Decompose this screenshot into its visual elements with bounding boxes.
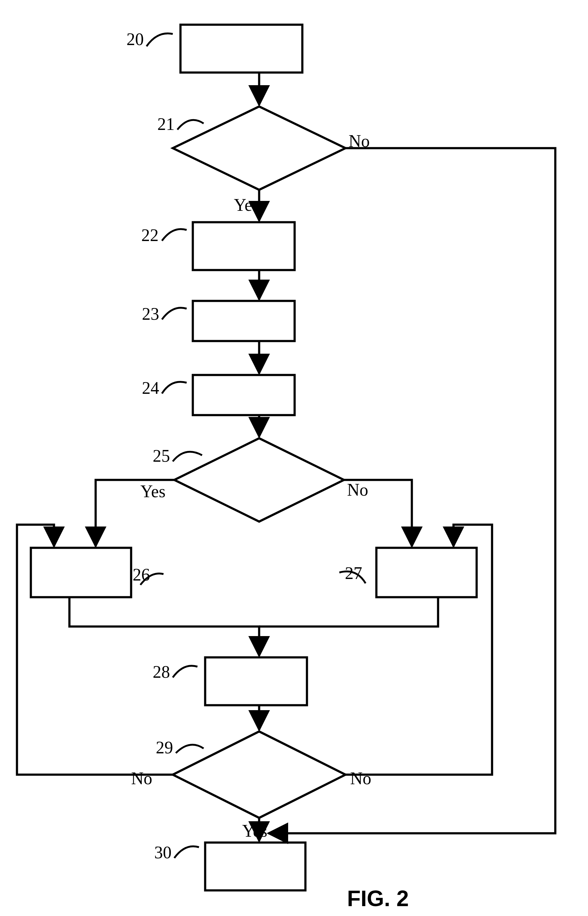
box-27: [376, 548, 477, 597]
box-28: [205, 657, 307, 705]
box-23: [193, 301, 295, 341]
box-20: [181, 25, 302, 73]
box-22: [193, 222, 295, 270]
box-30: [205, 843, 305, 890]
box-26: [31, 548, 131, 597]
shapes-group: [31, 25, 477, 890]
diamond-25: [174, 438, 344, 521]
diamond-29: [173, 732, 346, 818]
flowchart-svg: [0, 0, 588, 916]
box-24: [193, 375, 295, 415]
diamond-21: [173, 107, 346, 190]
